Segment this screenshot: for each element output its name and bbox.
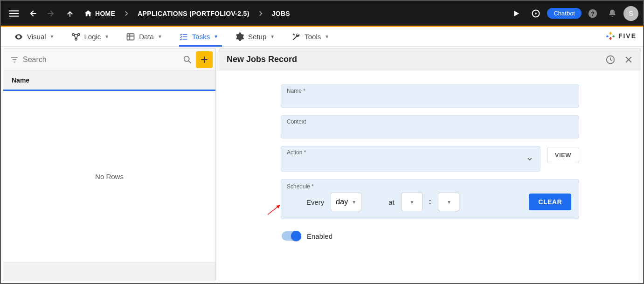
schedule-hour-picker[interactable]: ▼ <box>401 193 422 211</box>
tab-visual[interactable]: Visual ▼ <box>6 27 63 46</box>
tab-logic[interactable]: Logic ▼ <box>63 27 118 46</box>
checklist-icon <box>179 32 188 42</box>
notifications-button[interactable] <box>604 5 621 22</box>
tab-tasks[interactable]: Tasks ▼ <box>171 27 227 46</box>
svg-rect-1 <box>9 13 19 14</box>
nav-back-button[interactable] <box>24 5 41 22</box>
detail-title: New Jobs Record <box>227 55 297 64</box>
chevron-down-icon: ▼ <box>270 34 275 39</box>
run-button[interactable] <box>508 5 525 22</box>
schedule-unit-value: day <box>336 198 348 206</box>
chevron-right-icon <box>123 10 130 17</box>
enabled-toggle[interactable] <box>282 231 300 241</box>
clear-button-label: CLEAR <box>538 198 562 206</box>
nav-forward-button <box>43 5 60 22</box>
search-icon <box>182 55 193 65</box>
tab-tools-label: Tools <box>305 33 321 41</box>
topbar-left: HOME APPLICATIONS (PORTFOLIOV-2.5) JOBS <box>6 5 294 22</box>
tab-setup-label: Setup <box>248 33 266 41</box>
detail-header-actions <box>605 55 633 65</box>
breadcrumb-sep-1 <box>121 10 132 17</box>
context-label: Context <box>287 118 306 125</box>
chevron-down-icon: ▼ <box>325 34 329 39</box>
schedule-minute-picker[interactable]: ▼ <box>438 193 459 211</box>
menu-icon <box>9 9 19 18</box>
up-icon <box>66 9 74 18</box>
tab-setup[interactable]: Setup ▼ <box>227 27 283 46</box>
wrench-icon <box>291 32 301 42</box>
grid-icon <box>126 32 135 42</box>
filter-button[interactable] <box>6 51 23 68</box>
enabled-row: Enabled <box>281 231 579 241</box>
help-button[interactable]: ? <box>584 5 601 22</box>
name-field[interactable]: Name * <box>281 84 579 108</box>
forward-icon <box>47 9 56 18</box>
search-button[interactable] <box>179 51 196 68</box>
chevron-right-icon <box>257 10 264 17</box>
discover-icon <box>531 9 540 18</box>
home-icon <box>84 9 92 18</box>
chatbot-label: Chatbot <box>554 10 575 17</box>
topbar: HOME APPLICATIONS (PORTFOLIOV-2.5) JOBS … <box>1 1 643 26</box>
workspace: Name No Rows New Jobs Record <box>1 47 643 283</box>
topbar-right: Chatbot ? S <box>508 5 638 22</box>
detail-panel: New Jobs Record Name * <box>219 48 641 281</box>
nav-up-button[interactable] <box>62 5 78 22</box>
context-field[interactable]: Context <box>281 115 579 139</box>
close-button[interactable] <box>624 55 633 64</box>
name-input[interactable] <box>287 95 573 104</box>
toggle-knob <box>291 231 301 241</box>
breadcrumb-applications[interactable]: APPLICATIONS (PORTFOLIOV-2.5) <box>134 5 253 22</box>
breadcrumb-jobs[interactable]: JOBS <box>268 5 294 22</box>
chevron-down-icon: ▼ <box>104 34 109 39</box>
breadcrumb-sep-2 <box>255 10 266 17</box>
tab-data[interactable]: Data ▼ <box>118 27 171 46</box>
tab-data-label: Data <box>139 33 154 41</box>
svg-point-11 <box>184 56 189 61</box>
clear-button[interactable]: CLEAR <box>529 194 571 210</box>
svg-marker-14 <box>276 205 280 208</box>
chevron-down-icon: ▼ <box>158 34 162 39</box>
search-input[interactable] <box>23 55 179 64</box>
schedule-row: Every day ▼ at ▼ : <box>289 193 571 211</box>
tab-logic-label: Logic <box>84 33 101 41</box>
discover-button[interactable] <box>527 5 544 22</box>
svg-rect-0 <box>9 10 19 11</box>
menu-button[interactable] <box>6 5 22 22</box>
avatar-initial: S <box>629 9 633 17</box>
list-body: No Rows <box>3 91 215 262</box>
chevron-down-icon: ▼ <box>50 34 55 39</box>
breadcrumb-home[interactable]: HOME <box>80 5 119 22</box>
list-column-header[interactable]: Name <box>3 70 215 91</box>
annotation-arrow <box>267 202 283 215</box>
chatbot-button[interactable]: Chatbot <box>547 8 582 19</box>
form-area: Name * Context Action * <box>219 70 641 281</box>
empty-rows-label: No Rows <box>95 173 124 180</box>
context-input[interactable] <box>287 126 573 135</box>
eye-icon <box>14 32 23 42</box>
help-icon: ? <box>588 8 598 19</box>
schedule-field: Schedule * Every day ▼ at ▼ : <box>281 179 579 219</box>
play-icon <box>512 9 520 18</box>
schedule-at-label: at <box>388 198 395 206</box>
view-button[interactable]: VIEW <box>547 147 579 163</box>
history-button[interactable] <box>605 55 616 65</box>
svg-rect-10 <box>127 34 134 40</box>
filter-icon <box>10 55 19 64</box>
list-panel: Name No Rows <box>3 48 216 281</box>
user-avatar[interactable]: S <box>623 6 638 21</box>
plus-icon <box>200 55 209 64</box>
tabs-bar: Visual ▼ Logic ▼ Data ▼ Tasks ▼ Setup ▼ … <box>1 27 643 47</box>
brand-label: FIVE <box>618 32 637 40</box>
breadcrumb-applications-label: APPLICATIONS (PORTFOLIOV-2.5) <box>138 10 249 17</box>
add-button[interactable] <box>196 51 213 68</box>
bell-icon <box>608 9 617 18</box>
action-field[interactable]: Action * <box>281 146 540 172</box>
chevron-down-icon <box>526 155 533 163</box>
tab-tasks-label: Tasks <box>192 33 210 41</box>
form-column: Name * Context Action * <box>281 84 579 281</box>
schedule-label: Schedule * <box>287 183 314 190</box>
tab-tools[interactable]: Tools ▼ <box>283 27 338 46</box>
chevron-down-icon: ▼ <box>352 200 356 205</box>
schedule-unit-picker[interactable]: day ▼ <box>331 193 361 211</box>
